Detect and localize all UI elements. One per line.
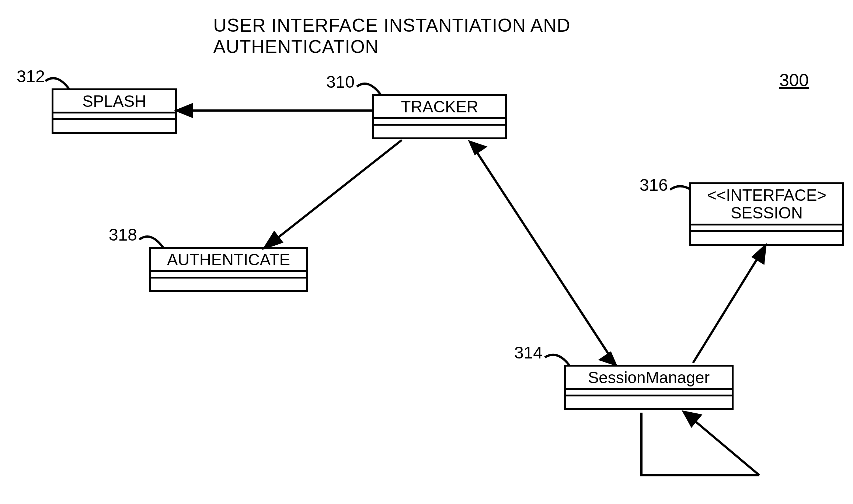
class-session: <<INTERFACE> SESSION <box>689 182 844 246</box>
class-name-splash: SPLASH <box>53 90 175 113</box>
class-attrs-sessmgr <box>566 390 732 396</box>
arrow-tracker-to-auth <box>265 140 402 248</box>
svg-line-2 <box>271 140 402 243</box>
arrow-sessmgr-to-session <box>693 246 765 363</box>
ref-label-auth: 318 <box>109 225 137 245</box>
class-name-session: <<INTERFACE> SESSION <box>691 184 842 225</box>
arrow-sessmgr-self <box>641 412 759 475</box>
class-sessionmanager: SessionManager <box>564 365 734 410</box>
ref-label-splash: 312 <box>17 66 45 86</box>
class-name-auth: AUTHENTICATE <box>151 249 306 272</box>
class-ops-sessmgr <box>566 396 732 408</box>
class-ops-tracker <box>374 126 505 137</box>
class-attrs-session <box>691 225 842 232</box>
diagram-title: USER INTERFACE INSTANTIATION AND AUTHENT… <box>213 15 640 57</box>
class-splash: SPLASH <box>52 88 177 134</box>
class-attrs-auth <box>151 272 306 279</box>
svg-line-9 <box>689 416 759 475</box>
class-name-sessmgr: SessionManager <box>566 367 732 390</box>
class-ops-session <box>691 232 842 244</box>
svg-marker-3 <box>265 232 282 248</box>
arrow-tracker-sessmgr <box>470 142 616 365</box>
figure-number: 300 <box>779 70 809 90</box>
class-ops-auth <box>151 279 306 290</box>
svg-marker-10 <box>684 412 700 426</box>
svg-marker-6 <box>600 353 616 365</box>
class-attrs-tracker <box>374 119 505 126</box>
class-tracker: TRACKER <box>372 94 507 139</box>
ref-label-sessmgr: 314 <box>514 343 543 363</box>
arrow-tracker-to-splash <box>177 105 372 116</box>
ref-label-session: 316 <box>640 175 668 195</box>
ref-label-tracker: 310 <box>326 72 355 92</box>
class-authenticate: AUTHENTICATE <box>149 247 308 292</box>
class-ops-splash <box>53 120 175 132</box>
svg-line-4 <box>474 147 612 359</box>
svg-line-7 <box>693 252 761 363</box>
svg-marker-8 <box>753 246 765 263</box>
class-attrs-splash <box>53 113 175 120</box>
svg-marker-1 <box>177 105 192 116</box>
class-name-tracker: TRACKER <box>374 96 505 119</box>
svg-marker-5 <box>470 142 485 154</box>
arrows-layer <box>0 0 853 504</box>
